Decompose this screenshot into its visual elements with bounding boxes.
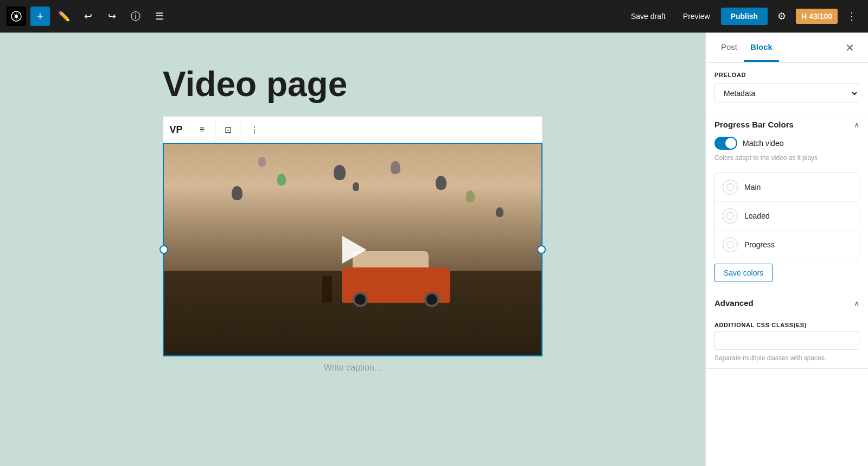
css-class-input[interactable] (714, 331, 859, 350)
balloon-8 (258, 157, 266, 167)
hc-label: H 43/100 (801, 12, 832, 21)
van-wheel-left (353, 292, 368, 307)
preload-label: PRELOAD (714, 72, 859, 78)
add-block-button[interactable]: + (30, 7, 50, 26)
match-video-label: Match video (743, 139, 783, 148)
van-wheel-right (424, 292, 439, 307)
toolbar: + ✏️ ↩ ↪ ⓘ ☰ Save draft Preview Publish … (0, 0, 868, 33)
wp-logo-icon (11, 11, 22, 22)
settings-button[interactable]: ⚙ (772, 7, 792, 26)
match-video-toggle[interactable] (714, 137, 737, 150)
tab-block[interactable]: Block (744, 34, 779, 62)
balloon-3 (334, 165, 346, 180)
color-row-main[interactable]: Main (715, 173, 859, 202)
color-label-loaded: Loaded (744, 212, 770, 220)
vp-icon-button[interactable]: VP (163, 117, 189, 143)
color-circle-inner-progress (726, 241, 734, 248)
svg-point-1 (15, 15, 18, 18)
progress-colors-header[interactable]: Progress Bar Colors ∧ (706, 112, 868, 137)
balloon-7 (496, 207, 503, 217)
balloon-6 (466, 190, 475, 202)
css-class-label: ADDITIONAL CSS CLASS(ES) (706, 315, 868, 331)
undo-button[interactable]: ↩ (78, 7, 98, 26)
close-sidebar-button[interactable]: ✕ (840, 38, 859, 58)
advanced-header[interactable]: Advanced ∧ (706, 291, 868, 315)
match-video-row: Match video (706, 137, 868, 154)
resize-handle-left[interactable] (159, 245, 168, 254)
tab-post[interactable]: Post (714, 34, 744, 62)
color-circle-loaded (723, 208, 738, 224)
color-label-main: Main (744, 183, 761, 191)
hc-score-button[interactable]: H 43/100 (796, 9, 838, 24)
balloon-9 (353, 182, 359, 191)
advanced-section: Advanced ∧ ADDITIONAL CSS CLASS(ES) Sepa… (706, 291, 868, 369)
redo-button[interactable]: ↪ (102, 7, 122, 26)
save-colors-button[interactable]: Save colors (714, 264, 773, 282)
css-class-hint: Separate multiple classes with spaces. (706, 354, 868, 368)
color-circle-inner-main (726, 183, 734, 191)
color-row-loaded[interactable]: Loaded (715, 202, 859, 231)
video-caption[interactable]: Write caption... (163, 356, 542, 379)
video-thumbnail (164, 144, 541, 355)
balloon-1 (232, 186, 242, 200)
balloon-5 (436, 176, 446, 190)
preview-button[interactable]: Preview (676, 9, 717, 24)
color-circle-inner-loaded (726, 212, 734, 220)
preload-select[interactable]: None Metadata Auto (714, 84, 859, 103)
main-area: Video page VP ≡ ⊡ ⋮ (0, 33, 868, 466)
image-button[interactable]: ⊡ (215, 117, 241, 143)
balloon-2 (277, 174, 286, 186)
align-button[interactable]: ≡ (189, 117, 215, 143)
toolbar-right: Save draft Preview Publish ⚙ H 43/100 ⋮ (624, 7, 861, 26)
progress-bar-colors-section: Progress Bar Colors ∧ Match video Colors… (706, 112, 868, 291)
sidebar-tabs: Post Block ✕ (706, 33, 868, 63)
info-button[interactable]: ⓘ (126, 7, 145, 26)
page-title[interactable]: Video page (163, 65, 542, 103)
progress-colors-title: Progress Bar Colors (714, 120, 794, 129)
person-silhouette (322, 276, 332, 303)
edit-tool-button[interactable]: ✏️ (54, 7, 74, 26)
van (342, 259, 450, 303)
more-options-button[interactable]: ⋮ (842, 7, 861, 26)
advanced-title: Advanced (714, 298, 754, 308)
advanced-chevron: ∧ (854, 299, 859, 308)
color-label-progress: Progress (744, 240, 775, 249)
wp-logo[interactable] (7, 7, 26, 26)
more-block-options-button[interactable]: ⋮ (241, 117, 267, 143)
save-draft-button[interactable]: Save draft (624, 9, 672, 24)
preload-section: PRELOAD None Metadata Auto (706, 63, 868, 112)
toggle-knob (725, 138, 736, 149)
right-sidebar: Post Block ✕ PRELOAD None Metadata Auto … (705, 33, 868, 466)
publish-button[interactable]: Publish (721, 8, 768, 25)
color-circle-main (723, 180, 738, 195)
color-row-progress[interactable]: Progress (715, 231, 859, 259)
balloon-4 (391, 161, 400, 174)
color-circle-progress (723, 237, 738, 252)
resize-handle-right[interactable] (537, 245, 546, 254)
progress-colors-chevron: ∧ (854, 120, 859, 129)
list-view-button[interactable]: ☰ (150, 7, 169, 26)
video-block[interactable] (163, 143, 542, 356)
color-options-box: Main Loaded Progress (714, 173, 859, 259)
match-video-description: Colors adapt to the video as it plays (706, 154, 868, 168)
editor-canvas: Video page VP ≡ ⊡ ⋮ (0, 33, 705, 466)
block-toolbar: VP ≡ ⊡ ⋮ (163, 116, 542, 143)
